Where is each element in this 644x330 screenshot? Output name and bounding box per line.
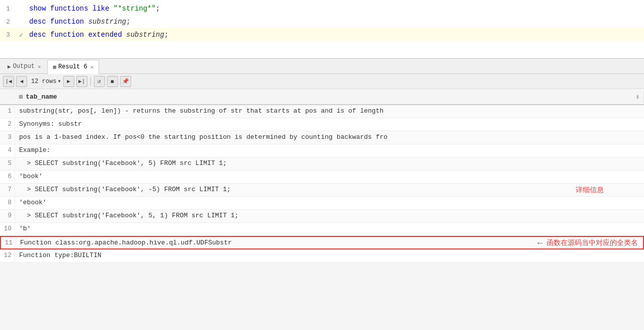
tab-output[interactable]: ▶ Output ✕ bbox=[2, 59, 46, 73]
line-number-2: 2 bbox=[0, 18, 15, 26]
code-line-1: 1 show functions like "*string*"; bbox=[0, 2, 644, 15]
sort-icon[interactable]: ⇕ bbox=[636, 93, 639, 101]
line-check-3: ✓ bbox=[15, 31, 27, 39]
tab-result6-close[interactable]: ✕ bbox=[90, 64, 94, 70]
line-code-2: desc function substring; bbox=[27, 18, 644, 26]
main-wrapper: 1 show functions like "*string*"; 2 desc… bbox=[0, 0, 644, 330]
pin-button[interactable]: 📌 bbox=[120, 76, 131, 87]
table-row: 12 Function type:BUILTIN bbox=[0, 250, 644, 263]
row-num-1: 1 bbox=[0, 105, 15, 118]
code-area: 1 show functions like "*string*"; 2 desc… bbox=[0, 0, 644, 43]
row-num-9: 9 bbox=[0, 210, 15, 222]
row-num-2: 2 bbox=[0, 118, 15, 131]
grid-icon: ⊞ bbox=[53, 64, 56, 70]
table-row-highlighted: 11 Function class:org.apache.hadoop.hive… bbox=[0, 236, 644, 250]
row-content-10: 'b' bbox=[15, 223, 644, 235]
left-arrow-icon: ← bbox=[535, 237, 545, 248]
row-num-10: 10 bbox=[0, 223, 15, 235]
class-annotation-label: 函数在源码当中对应的全类名 bbox=[547, 238, 638, 248]
column-name: tab_name bbox=[26, 93, 57, 101]
row-content-8: 'ebook' bbox=[15, 197, 644, 209]
row-content-1: substring(str, pos[, len]) - returns the… bbox=[15, 105, 644, 118]
rows-count: 12 rows bbox=[31, 78, 56, 85]
row-content-12: Function type:BUILTIN bbox=[15, 250, 644, 262]
table-row: 10 'b' bbox=[0, 223, 644, 236]
line-number-1: 1 bbox=[0, 5, 15, 13]
row-content-7: > SELECT substring('Facebook', -5) FROM … bbox=[15, 184, 644, 196]
row-num-3: 3 bbox=[0, 131, 15, 144]
prev-page-button[interactable]: ◀ bbox=[16, 76, 27, 87]
first-page-button[interactable]: |◀ bbox=[3, 76, 14, 87]
editor-spacer bbox=[0, 43, 644, 58]
table-row: 6 'book' bbox=[0, 171, 644, 184]
stop-button[interactable]: ◼ bbox=[107, 76, 118, 87]
row-content-5: > SELECT substring('Facebook', 5) FROM s… bbox=[15, 157, 644, 170]
row-num-11: 11 bbox=[1, 237, 16, 249]
tab-output-close[interactable]: ✕ bbox=[38, 63, 41, 70]
line-number-3: 3 bbox=[0, 31, 15, 39]
column-icon: ⊞ bbox=[19, 93, 23, 101]
row-content-3: pos is a 1-based index. If pos<0 the sta… bbox=[15, 131, 644, 144]
table-row: 8 'ebook' bbox=[0, 197, 644, 210]
tabs-row: ▶ Output ✕ ⊞ Result 6 ✕ bbox=[0, 59, 644, 74]
rows-dropdown-arrow[interactable]: ▾ bbox=[57, 77, 61, 85]
tab-result6-label: Result 6 bbox=[58, 63, 87, 70]
play-icon: ▶ bbox=[8, 63, 11, 70]
table-header: ⊞ tab_name ⇕ bbox=[0, 89, 644, 105]
table-row: 5 > SELECT substring('Facebook', 5) FROM… bbox=[0, 157, 644, 171]
header-row-num bbox=[0, 95, 15, 99]
table-row: 7 > SELECT substring('Facebook', -5) FRO… bbox=[0, 184, 644, 197]
bottom-panel: ▶ Output ✕ ⊞ Result 6 ✕ |◀ ◀ 12 rows ▾ ▶… bbox=[0, 59, 644, 330]
toolbar-divider-1 bbox=[90, 77, 91, 86]
table-row: 2 Synonyms: substr bbox=[0, 118, 644, 131]
table-row: 4 Example: bbox=[0, 144, 644, 157]
row-num-12: 12 bbox=[0, 250, 15, 262]
code-line-2: 2 desc function substring; bbox=[0, 15, 644, 28]
rows-info: 12 rows ▾ bbox=[31, 77, 61, 85]
tab-output-label: Output bbox=[13, 63, 35, 70]
class-annotation: ← 函数在源码当中对应的全类名 bbox=[535, 237, 638, 248]
column-header: ⊞ tab_name ⇕ bbox=[15, 91, 644, 103]
last-page-button[interactable]: ▶| bbox=[76, 76, 87, 87]
row-num-4: 4 bbox=[0, 144, 15, 157]
line-code-3: desc function extended substring; bbox=[27, 31, 644, 39]
detail-annotation: 详细信息 bbox=[576, 186, 604, 195]
row-content-9: > SELECT substring('Facebook', 5, 1) FRO… bbox=[15, 210, 644, 222]
table-row: 3 pos is a 1-based index. If pos<0 the s… bbox=[0, 131, 644, 144]
code-line-3: 3 ✓ desc function extended substring; bbox=[0, 28, 644, 41]
table-row: 9 > SELECT substring('Facebook', 5, 1) F… bbox=[0, 210, 644, 223]
editor-section: 1 show functions like "*string*"; 2 desc… bbox=[0, 0, 644, 59]
line-code-1: show functions like "*string*"; bbox=[27, 5, 644, 13]
row-num-6: 6 bbox=[0, 171, 15, 183]
toolbar-row: |◀ ◀ 12 rows ▾ ▶ ▶| ↺ ◼ 📌 bbox=[0, 74, 644, 89]
tab-result6[interactable]: ⊞ Result 6 ✕ bbox=[47, 60, 99, 74]
next-page-button[interactable]: ▶ bbox=[63, 76, 74, 87]
row-content-4: Example: bbox=[15, 144, 644, 157]
row-content-6: 'book' bbox=[15, 171, 644, 183]
row-content-2: Synonyms: substr bbox=[15, 118, 644, 131]
row-num-7: 7 bbox=[0, 184, 15, 196]
table-area: ⊞ tab_name ⇕ 1 substring(str, pos[, len]… bbox=[0, 89, 644, 263]
table-row: 1 substring(str, pos[, len]) - returns t… bbox=[0, 105, 644, 118]
refresh-button[interactable]: ↺ bbox=[94, 76, 105, 87]
row-num-5: 5 bbox=[0, 157, 15, 170]
row-num-8: 8 bbox=[0, 197, 15, 209]
